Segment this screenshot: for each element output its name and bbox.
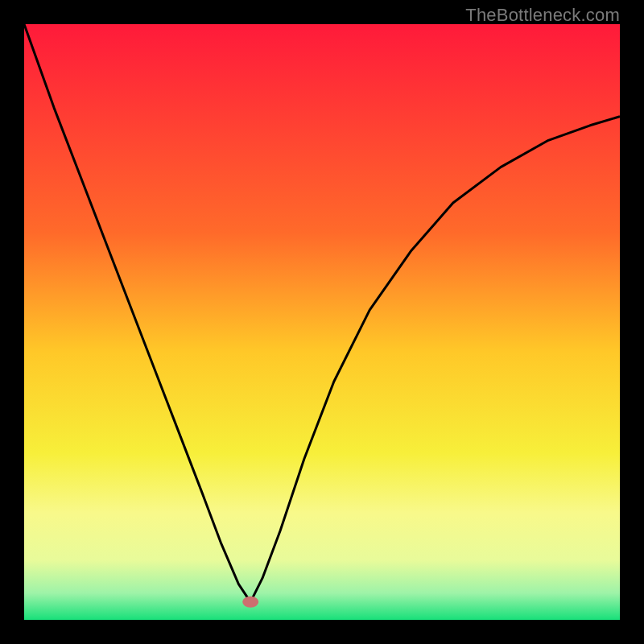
optimum-marker	[242, 597, 258, 608]
chart-frame: TheBottleneck.com	[0, 0, 644, 644]
gradient-background	[24, 24, 620, 620]
watermark-text: TheBottleneck.com	[465, 5, 620, 26]
chart-svg	[24, 24, 620, 620]
plot-area	[24, 24, 620, 620]
